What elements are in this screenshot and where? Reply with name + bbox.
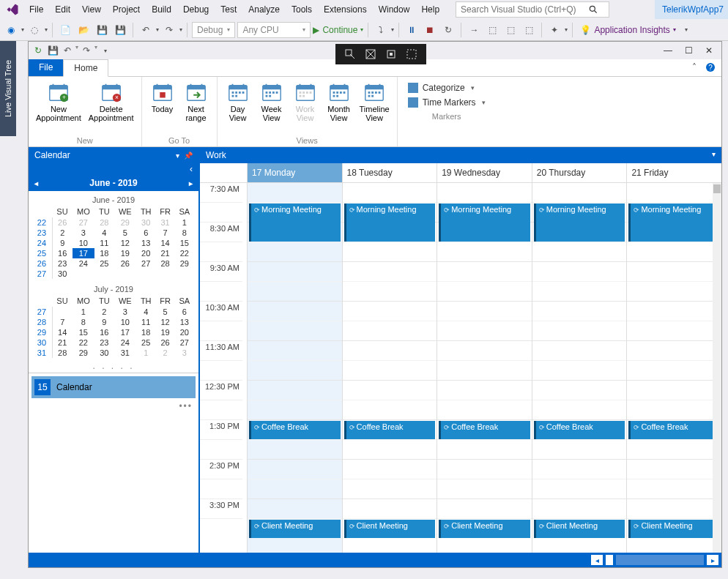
schedule-dropdown-icon[interactable]: ▾ — [712, 150, 716, 160]
step-over-icon[interactable]: ⬚ — [484, 22, 500, 38]
cal-day[interactable]: 28 — [94, 217, 114, 228]
step-icon[interactable]: ⤵ — [373, 22, 389, 38]
cal-day[interactable]: 10 — [114, 317, 136, 327]
cal-day[interactable] — [175, 269, 194, 279]
cal-day[interactable] — [155, 269, 174, 279]
vs-menu-extensions[interactable]: Extensions — [318, 1, 373, 18]
cal-day[interactable]: 27 — [136, 258, 155, 269]
cal-day[interactable]: 30 — [136, 217, 155, 228]
cal-day[interactable]: 14 — [155, 238, 174, 248]
cal-day[interactable]: 29 — [114, 217, 136, 228]
help-icon[interactable]: ? — [704, 61, 717, 74]
cal-day[interactable]: 5 — [114, 228, 136, 238]
cal-day[interactable] — [136, 269, 155, 279]
ribbon-week-button[interactable]: Week View — [256, 80, 288, 135]
tab-file[interactable]: File — [29, 59, 63, 76]
cal-day[interactable]: 3 — [73, 228, 95, 238]
platform-combo[interactable]: Any CPU▾ — [237, 22, 311, 38]
horizontal-scrollbar[interactable]: ◂ ▸ — [29, 553, 721, 567]
ribbon-month-button[interactable]: Month View — [323, 80, 355, 135]
step-misc-icon[interactable]: ⬚ — [521, 22, 537, 38]
cal-day[interactable]: 30 — [94, 348, 114, 358]
appointment[interactable]: ⟳Coffee Break — [439, 421, 530, 439]
appointment[interactable]: ⟳Client Meeting — [439, 520, 530, 538]
pin-icon[interactable]: 📌 — [184, 152, 193, 160]
appointment[interactable]: ⟳Coffee Break — [249, 421, 341, 439]
cal-day[interactable] — [52, 307, 72, 317]
appointment[interactable]: ⟳Morning Meeting — [249, 203, 341, 242]
cal-day[interactable]: 1 — [136, 348, 155, 358]
cal-day[interactable]: 19 — [155, 327, 174, 337]
ribbon-del_appt-button[interactable]: × Delete Appointment — [86, 80, 137, 135]
cal-day[interactable]: 20 — [175, 327, 194, 337]
appointment[interactable]: ⟳Client Meeting — [534, 520, 625, 538]
cal-day[interactable]: 3 — [175, 348, 194, 358]
cal-day[interactable]: 9 — [94, 317, 114, 327]
stop-icon[interactable]: ⏹ — [422, 22, 438, 38]
dropdown-icon[interactable]: ▾ — [176, 152, 179, 160]
cal-day[interactable]: 8 — [73, 317, 95, 327]
appointment[interactable]: ⟳Morning Meeting — [628, 203, 720, 242]
sidebar-collapse[interactable]: ‹ — [29, 163, 198, 175]
appointment[interactable]: ⟳Coffee Break — [344, 421, 436, 439]
cal-day[interactable]: 25 — [94, 258, 114, 269]
cal-day[interactable]: 2 — [94, 307, 114, 317]
scroll-right-icon[interactable]: ▸ — [707, 555, 718, 565]
collapse-ribbon-icon[interactable]: ˄ — [688, 61, 701, 74]
cal-day[interactable] — [94, 269, 114, 279]
cal-day[interactable]: 1 — [73, 307, 95, 317]
cal-day[interactable]: 3 — [114, 307, 136, 317]
cal-day[interactable]: 25 — [136, 337, 155, 348]
cal-day[interactable]: 16 — [94, 327, 114, 337]
cal-day[interactable]: 1 — [175, 217, 194, 228]
cal-day[interactable]: 9 — [52, 238, 72, 248]
cal-day[interactable]: 18 — [94, 248, 114, 258]
live-visual-tree-tab[interactable]: Live Visual Tree — [0, 41, 16, 136]
cal-day[interactable]: 29 — [175, 258, 194, 269]
cal-day[interactable]: 2 — [155, 348, 174, 358]
maximize-icon[interactable]: ☐ — [679, 43, 698, 58]
overflow-icon[interactable]: ▾ — [678, 22, 694, 38]
appointment[interactable]: ⟳Client Meeting — [249, 520, 341, 538]
save-all-icon[interactable]: 💾 — [112, 22, 128, 38]
cal-day[interactable]: 7 — [52, 317, 72, 327]
day-header[interactable]: 21 Friday — [626, 163, 721, 183]
cal-day[interactable]: 20 — [136, 248, 155, 258]
open-file-icon[interactable]: 📂 — [75, 22, 92, 38]
nav-back-icon[interactable]: ◉ — [3, 22, 19, 38]
day-column[interactable]: ⟳Morning Meeting⟳Coffee Break⟳Client Mee… — [437, 183, 532, 553]
track-focus-icon[interactable] — [384, 47, 398, 61]
appointment[interactable]: ⟳Coffee Break — [628, 421, 720, 439]
day-header[interactable]: 17 Monday — [247, 163, 342, 183]
new-file-icon[interactable]: 📄 — [57, 22, 73, 38]
pause-icon[interactable]: ⏸ — [404, 22, 420, 38]
appointment[interactable]: ⟳Morning Meeting — [344, 203, 436, 242]
vs-menu-debug[interactable]: Debug — [177, 1, 215, 18]
vs-menu-tools[interactable]: Tools — [286, 1, 318, 18]
cal-day[interactable]: 26 — [114, 258, 136, 269]
day-header[interactable]: 20 Thursday — [532, 163, 627, 183]
vs-search-input[interactable] — [456, 2, 588, 17]
redo-doc-icon[interactable]: ↷ — [80, 44, 93, 57]
vs-menu-build[interactable]: Build — [146, 1, 177, 18]
customize-icon[interactable]: ▾ — [99, 44, 112, 57]
cal-day[interactable]: 30 — [52, 269, 72, 279]
continue-button[interactable]: ▶ Continue ▾ — [313, 25, 363, 35]
hot-reload-icon[interactable] — [404, 47, 419, 61]
cal-day[interactable]: 23 — [94, 337, 114, 348]
cal-day[interactable]: 22 — [73, 337, 95, 348]
cal-day[interactable]: 12 — [155, 317, 174, 327]
vertical-scrollbar[interactable] — [713, 183, 721, 553]
spark-icon[interactable]: ✦ — [546, 22, 562, 38]
calendar-list-item[interactable]: 15 Calendar — [31, 376, 196, 398]
save-doc-icon[interactable]: 💾 — [46, 44, 59, 57]
cal-day[interactable]: 13 — [136, 238, 155, 248]
cal-day[interactable]: 4 — [136, 307, 155, 317]
separator[interactable]: . . . . . — [29, 359, 198, 373]
vs-menu-view[interactable]: View — [76, 1, 107, 18]
cal-day[interactable]: 13 — [175, 317, 194, 327]
ribbon-timeline-button[interactable]: Timeline View — [357, 80, 393, 135]
vs-menu-file[interactable]: File — [23, 1, 49, 18]
calendar-list-footer[interactable]: ••• — [29, 401, 198, 411]
redo-icon[interactable]: ↷ — [161, 22, 177, 38]
